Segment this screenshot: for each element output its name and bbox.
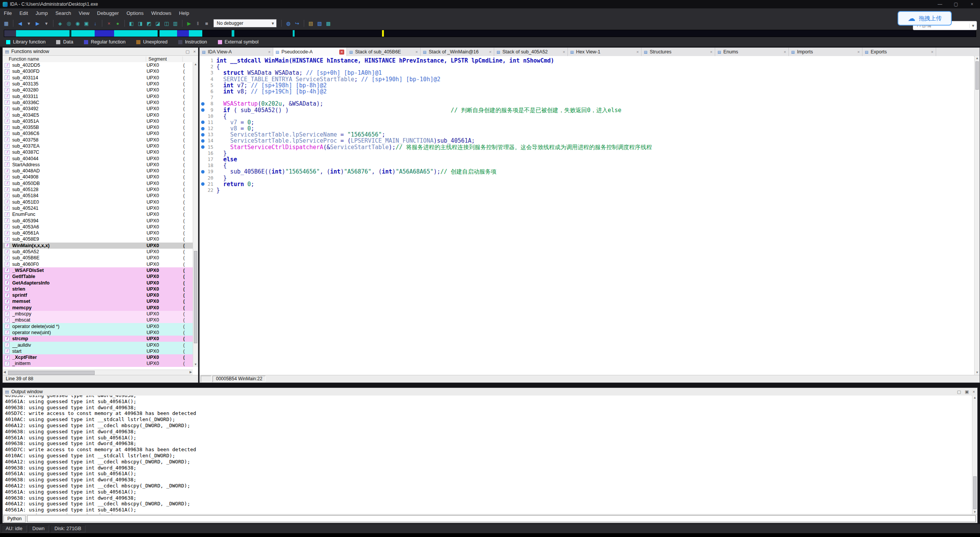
function-row[interactable]: fsub_404044UPX0( [3,155,193,161]
output-text-area[interactable]: 409638: using guessed type int dword_409… [3,396,972,514]
function-row[interactable]: fsub_404908UPX0( [3,174,193,180]
function-row[interactable]: fWinMain(x,x,x,x)UPX0( [3,243,193,249]
function-row[interactable]: fsub_403135UPX0( [3,81,193,87]
structs-view-icon[interactable]: ◩ [145,19,153,27]
menu-search[interactable]: Search [52,8,75,18]
tab-close-icon[interactable]: × [563,50,565,55]
tab-close-icon[interactable]: × [268,50,271,55]
function-row[interactable]: f_XcptFilterUPX0( [3,354,193,360]
panel-close-icon[interactable]: × [193,49,196,54]
function-row[interactable]: fsub_40336CUPX0( [3,100,193,106]
function-row[interactable]: fsub_405A52UPX0( [3,249,193,255]
python-cli-input[interactable] [27,515,976,522]
address-dot[interactable] [201,182,205,186]
function-row[interactable]: foperator new(uint)UPX0( [3,330,193,336]
tab-ida-view-a[interactable]: ▤IDA View-A× [200,48,273,56]
scroll-up-icon[interactable]: ▲ [975,56,980,61]
address-dot[interactable] [201,170,205,174]
function-row[interactable]: fEnumFuncUPX0( [3,211,193,217]
code-line[interactable]: 4 SERVICE_TABLE_ENTRYA ServiceStartTable… [200,76,974,82]
attach-process-icon[interactable]: ◍ [284,19,292,27]
scroll-up-icon[interactable]: ▲ [972,396,977,400]
code-line[interactable]: 17 else [200,156,974,162]
address-dot[interactable] [201,108,205,112]
functions-vertical-scrollbar[interactable]: ▲ ▼ [193,62,198,367]
column-function-name[interactable]: Function name [3,56,146,62]
function-row[interactable]: fmemcpyUPX0( [3,305,193,311]
nav-back-icon[interactable]: ◀ [16,19,24,27]
function-row[interactable]: fsub_405241UPX0( [3,205,193,211]
navigation-band[interactable] [4,30,976,37]
function-row[interactable]: fsub_403492UPX0( [3,106,193,112]
names-window-icon[interactable]: ▣ [82,19,90,27]
scrollbar-thumb[interactable] [975,61,979,90]
code-line[interactable]: 1int __stdcall WinMain(HINSTANCE hInstan… [200,58,974,64]
function-row[interactable]: fsub_403758UPX0( [3,137,193,143]
scrollbar-thumb[interactable] [973,476,977,509]
function-row[interactable]: fstrcmpUPX0( [3,336,193,342]
search-icon[interactable]: ◎ [65,19,73,27]
code-line[interactable]: 15 StartServiceCtrlDispatcherA(&ServiceS… [200,144,974,150]
function-row[interactable]: fsub_403280UPX0( [3,87,193,93]
scrollbar-thumb[interactable] [194,251,197,343]
menu-windows[interactable]: Windows [147,8,175,18]
tab-close-icon[interactable]: × [416,50,418,55]
output-vertical-scrollbar[interactable]: ▲ ▼ [972,396,977,514]
tab-stack-of-sub-405b6e[interactable]: ▤Stack of sub_405B6E× [347,48,421,56]
nav-back-menu-icon[interactable]: ▾ [25,19,33,27]
function-row[interactable]: fsprintfUPX0( [3,292,193,298]
menu-edit[interactable]: Edit [16,8,32,18]
code-line[interactable]: 14 ServiceStartTable.lpServiceProc = (LP… [200,138,974,144]
save-icon[interactable]: ▦ [2,19,10,27]
function-row[interactable]: fsub_4053A6UPX0( [3,224,193,230]
function-row[interactable]: fsub_4036C6UPX0( [3,130,193,137]
debugger-pause-icon[interactable]: ‖ [194,19,202,27]
jump-next-icon[interactable]: ↓ [91,19,99,27]
panel-float-icon[interactable]: ▢ [185,49,189,54]
function-row[interactable]: fsub_4058E9UPX0( [3,236,193,242]
function-row[interactable]: fsub_405184UPX0( [3,193,193,199]
menu-debugger[interactable]: Debugger [93,8,122,18]
cancel-analysis-icon[interactable]: × [105,19,113,27]
debugger-start-icon[interactable]: ▶ [185,19,193,27]
tab-close-icon[interactable]: × [931,50,933,55]
function-row[interactable]: f_inittermUPX0( [3,360,193,367]
code-line[interactable]: 7 [200,95,974,101]
python-tab[interactable]: Python [3,515,26,523]
address-dot[interactable] [201,133,205,137]
function-row[interactable]: f_mbscpyUPX0( [3,311,193,317]
code-line[interactable]: 10 { [200,113,974,119]
address-dot[interactable] [201,139,205,143]
tab-close-icon[interactable]: × [710,50,712,55]
code-line[interactable]: 8 WSAStartup(0x202u, &WSAData); [200,101,974,107]
chevron-down-icon[interactable]: ▼ [969,24,977,28]
function-row[interactable]: f_mbscatUPX0( [3,317,193,323]
tab-enums[interactable]: ▤Enums× [715,48,789,56]
function-row[interactable]: fmemsetUPX0( [3,298,193,304]
code-line[interactable]: 5 int v7; // [sp+198h] [bp-8h]@2 [200,82,974,88]
function-row[interactable]: fsub_4051E0UPX0( [3,199,193,205]
reanalyze-icon[interactable]: ● [114,19,122,27]
address-dot[interactable] [201,145,205,149]
debugger-select[interactable]: No debugger▼ [213,19,277,27]
enums-view-icon[interactable]: ◪ [154,19,162,27]
function-row[interactable]: fsub_402DD5UPX0( [3,62,193,68]
tab-close-icon[interactable]: × [858,50,860,55]
scroll-down-icon[interactable]: ▼ [193,362,198,367]
function-row[interactable]: fsub_4050DBUPX0( [3,180,193,187]
panel-minimize-icon[interactable]: ▢ [957,389,961,394]
scrollbar-thumb[interactable] [8,371,95,375]
scroll-left-icon[interactable]: ◀ [3,370,6,374]
drag-upload-button[interactable]: ☁ 拖拽上传 [898,11,952,26]
function-row[interactable]: fsub_4060F0UPX0( [3,261,193,267]
code-line[interactable]: 19 sub_405B6E((int)"15654656", (int)"A56… [200,169,974,175]
address-dot[interactable] [201,121,205,124]
jump-address-icon[interactable]: ◈ [56,19,64,27]
function-row[interactable]: fsub_40387CUPX0( [3,149,193,155]
nav-forward-icon[interactable]: ▶ [34,19,42,27]
tab-stack-of-winmain-16[interactable]: ▤Stack of _WinMain@16× [421,48,494,56]
function-row[interactable]: fsub_4048ADUPX0( [3,168,193,174]
panel-maximize-icon[interactable]: ▣ [965,389,969,394]
function-row[interactable]: fsub_40351AUPX0( [3,118,193,124]
code-line[interactable]: 3 struct WSAData WSAData; // [sp+0h] [bp… [200,70,974,76]
